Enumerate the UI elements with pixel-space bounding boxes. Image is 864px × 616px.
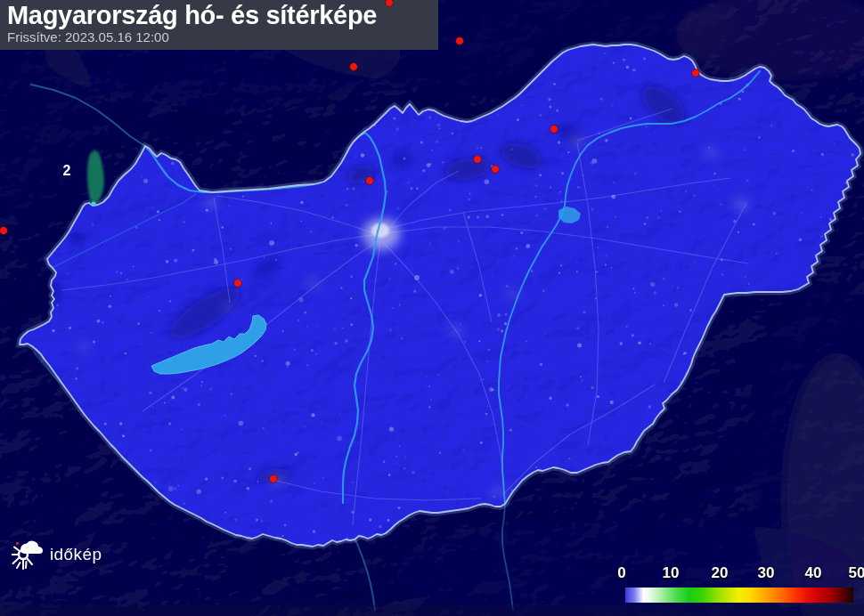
- legend-tick: 30: [758, 564, 775, 582]
- legend-color-bar: [625, 588, 853, 603]
- lake-ferto-tip: [91, 201, 95, 206]
- updated-timestamp: Frissítve: 2023.05.16 12:00: [7, 30, 429, 45]
- legend-tick: 10: [663, 564, 680, 582]
- legend-tick: 50: [849, 564, 864, 582]
- snow-depth-legend: 0 10 20 30 40 50: [611, 564, 864, 609]
- page-title: Magyarország hó- és sítérképe: [7, 1, 429, 30]
- idokep-logo[interactable]: időkép: [12, 538, 102, 571]
- map-canvas: 2: [0, 0, 864, 616]
- hungary-snow-map-screen: 2 Magyarország hó- és sítérképe Frissítv…: [0, 0, 864, 616]
- legend-tick: 0: [617, 564, 625, 582]
- map-header: Magyarország hó- és sítérképe Frissítve:…: [0, 0, 438, 50]
- snow-depth-label: 2: [63, 163, 71, 178]
- idokep-sun-cloud-icon: [12, 538, 45, 571]
- legend-tick: 20: [712, 564, 729, 582]
- legend-tick: 40: [805, 564, 822, 582]
- idokep-logo-text: időkép: [50, 545, 102, 564]
